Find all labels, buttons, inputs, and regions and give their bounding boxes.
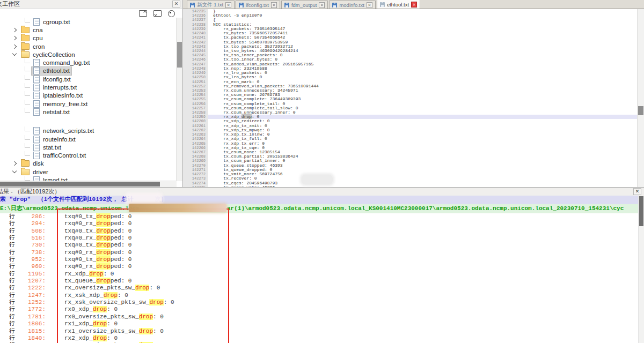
line-number: 142261 bbox=[183, 124, 208, 128]
tree-item-cna[interactable]: cna bbox=[0, 26, 177, 34]
tab-ifconfig.txt[interactable]: ifconfig.txt✕ bbox=[236, 1, 280, 9]
result-row[interactable]: 行508:txq#0_tx_dropped: 0 bbox=[0, 228, 639, 235]
tab-新文件 1.txt[interactable]: 新文件 1.txt✕ bbox=[187, 1, 235, 9]
editor-line[interactable]: 142236ethtool -S enp1s0f0 bbox=[183, 13, 638, 18]
result-row[interactable]: 行952:txq#0_tx_dropped: 0 bbox=[0, 256, 639, 263]
tree-item-ethtool.txt[interactable]: ethtool.txt bbox=[0, 67, 177, 75]
locate-file-icon[interactable] bbox=[168, 10, 175, 17]
results-body: 索 "drop" （1个文件中匹配到10192次， 总计次） E:\日志\arm… bbox=[0, 196, 644, 343]
collapse-pane-icon[interactable] bbox=[153, 10, 162, 17]
result-row[interactable]: 行1772:rx0_xdp_drop: 0 bbox=[0, 306, 639, 313]
result-row[interactable]: 行516:rxq#0_rx_dropped: 0 bbox=[0, 235, 639, 242]
result-row[interactable]: 行960:rxq#0_rx_dropped: 0 bbox=[0, 263, 639, 270]
result-row[interactable]: 行1222:rx_oversize_pkts_sw_drop: 0 bbox=[0, 285, 639, 292]
tree-item-inner: iptablesInfo.txt bbox=[32, 92, 84, 100]
tree-connector bbox=[25, 75, 30, 80]
close-tab-icon[interactable]: ✕ bbox=[367, 2, 372, 8]
tree-item-label: cgroup.txt bbox=[43, 19, 70, 25]
chevron-down-icon[interactable] bbox=[12, 51, 17, 56]
chevron-right-icon[interactable] bbox=[12, 161, 17, 166]
expand-pane-icon[interactable] bbox=[139, 10, 147, 17]
result-row[interactable]: 行294:rxq#0_rx_dropped: 0 bbox=[0, 220, 639, 227]
line-number: 142241 bbox=[183, 35, 208, 40]
line-text: rx_xdp_tx_xmit: 0 bbox=[208, 124, 638, 128]
result-row[interactable]: 行286:txq#0_tx_dropped: 0 bbox=[0, 213, 639, 220]
tree-item-cgroup.txt[interactable]: cgroup.txt bbox=[0, 18, 177, 26]
line-text: } bbox=[208, 9, 638, 13]
chevron-right-icon[interactable] bbox=[12, 44, 17, 48]
result-text: rx_oversize_pkts_sw_drop: 0 bbox=[64, 285, 160, 292]
tree-item-label: iptablesInfo.txt bbox=[43, 92, 83, 99]
tree-item-stat.txt[interactable]: stat.txt bbox=[0, 143, 177, 151]
result-row[interactable]: 行1806:rx1_xdp_drop: 0 bbox=[0, 320, 639, 327]
match-highlight: drop bbox=[96, 249, 110, 256]
result-row[interactable]: 行738:rxq#0_rx_dropped: 0 bbox=[0, 249, 639, 256]
workspace-close-icon[interactable]: ✕ bbox=[172, 1, 180, 8]
result-rows: 行286:txq#0_tx_dropped: 0行294:rxq#0_rx_dr… bbox=[0, 213, 639, 343]
tree-item-command_log.txt[interactable]: command_log.txt bbox=[0, 58, 177, 66]
scrollbar-thumb[interactable] bbox=[0, 182, 160, 187]
tab-fdm_output[interactable]: fdm_output✕ bbox=[281, 1, 328, 9]
result-row[interactable]: 行1840:rx2_xdp_drop: 0 bbox=[0, 335, 639, 342]
tab-modinfo.txt[interactable]: modinfo.txt✕ bbox=[329, 1, 375, 9]
line-label: 行 bbox=[9, 320, 15, 327]
file-icon bbox=[33, 108, 40, 116]
editor-vertical-scrollbar[interactable] bbox=[637, 9, 644, 187]
chevron-down-icon[interactable] bbox=[12, 169, 17, 173]
tab-ethtool.txt[interactable]: ethtool.txt✕ bbox=[377, 0, 420, 9]
result-row[interactable]: 行1815:rx1_oversize_pkts_sw_drop: 0 bbox=[0, 328, 639, 335]
search-summary-line[interactable]: 索 "drop" （1个文件中匹配到10192次， 总计次） bbox=[0, 196, 639, 204]
result-text: rx2_xdp_drop: 0 bbox=[64, 335, 118, 342]
result-text: rxq#0_rx_dropped: 0 bbox=[64, 235, 131, 242]
tree-horizontal-scrollbar[interactable] bbox=[0, 181, 177, 187]
tree-item-network_scripts.txt[interactable]: network_scripts.txt bbox=[0, 127, 177, 135]
result-line-number: 1806: bbox=[15, 320, 46, 327]
result-row[interactable]: 行1252:rx_xsk_oversize_pkts_sw_drop: 0 bbox=[0, 299, 639, 306]
tree-vertical-scrollbar[interactable] bbox=[176, 18, 182, 181]
folder-icon bbox=[21, 169, 30, 175]
line-number: 142260 bbox=[183, 119, 208, 123]
scrollbar-thumb[interactable] bbox=[638, 106, 643, 115]
tree-item-iptablesInfo.txt[interactable]: iptablesInfo.txt bbox=[0, 92, 177, 100]
scrollbar-thumb[interactable] bbox=[177, 42, 182, 68]
close-tab-icon[interactable]: ✕ bbox=[319, 2, 325, 8]
editor-text-area[interactable]: 142235}142236ethtool -S enp1s0f0142237{1… bbox=[183, 9, 638, 187]
tree-item-inner: stat.txt bbox=[32, 143, 63, 151]
tree-item-cpu[interactable]: cpu bbox=[0, 34, 177, 42]
chevron-right-icon[interactable] bbox=[12, 28, 17, 32]
scrollbar-thumb[interactable] bbox=[639, 196, 643, 226]
workspace-title: 夹工作区 bbox=[0, 0, 20, 8]
results-vertical-scrollbar[interactable] bbox=[638, 196, 644, 343]
tree-item-interrupts.txt[interactable]: interrupts.txt bbox=[0, 83, 177, 91]
line-text: rx_xdp_tx_inlnw: 0 bbox=[208, 132, 638, 137]
close-tab-icon[interactable]: ✕ bbox=[271, 2, 277, 8]
result-file-path-line[interactable]: E:\日志\armod0523.odata.ncmp.unicom.locaar… bbox=[0, 204, 639, 214]
result-row[interactable]: 行1207:tx_queue_dropped: 0 bbox=[0, 278, 639, 285]
tree-item-ifconfig.txt[interactable]: ifconfig.txt bbox=[0, 75, 177, 83]
result-row[interactable]: 行1781:rx0_oversize_pkts_sw_drop: 0 bbox=[0, 314, 639, 320]
line-text: rx_csum_unnecessary_inner: 0 bbox=[208, 110, 638, 115]
tree-item-cyclicCollection[interactable]: cyclicCollection bbox=[0, 50, 177, 58]
line-text: rx_xdp_tx_full: 0 bbox=[208, 137, 638, 141]
results-close-icon[interactable]: ✕ bbox=[633, 188, 641, 195]
result-text: rxq#0_rx_dropped: 0 bbox=[64, 249, 131, 256]
workspace-panel: 夹工作区 ✕ cgroup.txtcnacpucroncyclicCollect… bbox=[0, 0, 183, 187]
close-tab-icon[interactable]: ✕ bbox=[411, 2, 417, 8]
tree-item-memory_free.txt[interactable]: memory_free.txt bbox=[0, 100, 177, 108]
tree-connector bbox=[25, 108, 30, 113]
result-text: txq#0_tx_dropped: 0 bbox=[64, 256, 131, 263]
tree-item-netstat.txt[interactable]: netstat.txt bbox=[0, 108, 177, 116]
tree-item-driver[interactable]: driver bbox=[0, 168, 177, 176]
tree-item-disk[interactable]: disk bbox=[0, 160, 177, 168]
tree-item-routeInfo.txt[interactable]: routeInfo.txt bbox=[0, 135, 177, 143]
result-row[interactable]: 行1195:rx_xdp_drop: 0 bbox=[0, 271, 639, 278]
result-row[interactable]: 行1247:rx_xsk_xdp_drop: 0 bbox=[0, 292, 639, 299]
result-text: txq#0_tx_dropped: 0 bbox=[64, 213, 131, 220]
chevron-right-icon[interactable] bbox=[12, 36, 17, 40]
tree-item-cron[interactable]: cron bbox=[0, 42, 177, 50]
close-tab-icon[interactable]: ✕ bbox=[225, 2, 231, 8]
line-label: 行 bbox=[9, 335, 15, 342]
tree-item-trafficControl.txt[interactable]: trafficControl.txt bbox=[0, 151, 177, 159]
result-row[interactable]: 行730:txq#0_tx_dropped: 0 bbox=[0, 242, 639, 249]
file-icon bbox=[33, 152, 40, 159]
